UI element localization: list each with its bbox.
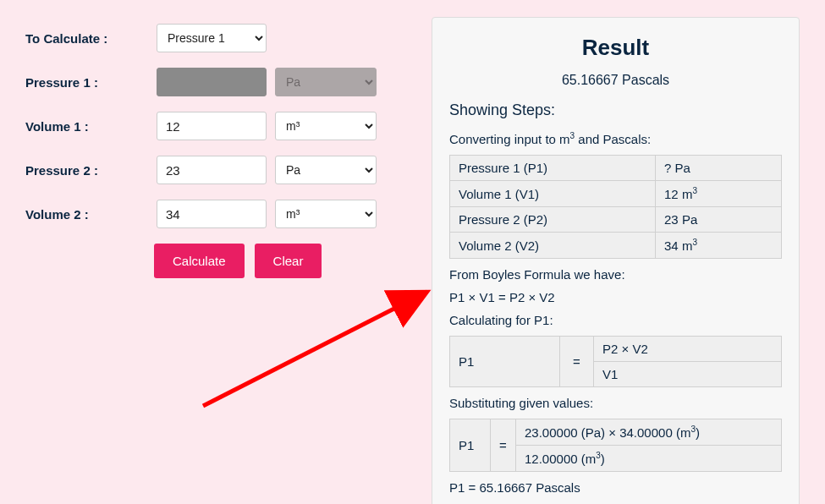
- volume2-input[interactable]: [157, 200, 267, 228]
- table-row: Volume 2 (V2)34 m3: [450, 233, 782, 259]
- clear-button[interactable]: Clear: [255, 244, 322, 278]
- pressure2-label: Pressure 2 :: [25, 163, 157, 178]
- pressure1-unit-select: Pa: [275, 68, 377, 96]
- pressure1-label: Pressure 1 :: [25, 75, 157, 90]
- table-row: Pressure 2 (P2)23 Pa: [450, 207, 782, 233]
- volume1-unit-select[interactable]: m³: [275, 112, 377, 140]
- steps-heading: Showing Steps:: [449, 101, 782, 119]
- result-panel: Result 65.16667 Pascals Showing Steps: C…: [432, 17, 800, 504]
- boyle-intro: From Boyles Formula we have:: [449, 267, 782, 282]
- conversion-table: Pressure 1 (P1)? Pa Volume 1 (V1)12 m3 P…: [449, 155, 782, 259]
- formula-table-2: P1 = 23.00000 (Pa) × 34.00000 (m3) 12.00…: [449, 419, 782, 472]
- volume2-label: Volume 2 :: [25, 207, 157, 222]
- table-row: Volume 1 (V1)12 m3: [450, 181, 782, 207]
- final-line: P1 = 65.16667 Pascals: [449, 480, 782, 495]
- table-row: Pressure 1 (P1)? Pa: [450, 156, 782, 181]
- result-title: Result: [449, 35, 782, 61]
- formula-table-1: P1 = P2 × V2 V1: [449, 336, 782, 387]
- result-value: 65.16667 Pascals: [449, 73, 782, 88]
- pressure1-input: [157, 68, 267, 96]
- input-panel: To Calculate : Pressure 1 Pressure 1 : P…: [25, 17, 415, 504]
- pressure2-unit-select[interactable]: Pa: [275, 156, 377, 184]
- volume2-unit-select[interactable]: m³: [275, 200, 377, 228]
- boyle-formula: P1 × V1 = P2 × V2: [449, 290, 782, 304]
- to-calculate-select[interactable]: Pressure 1: [157, 24, 267, 52]
- volume1-input[interactable]: [157, 112, 267, 140]
- calc-for: Calculating for P1:: [449, 313, 782, 327]
- substitute-text: Substituting given values:: [449, 396, 782, 410]
- conversion-intro: Converting input to m3 and Pascals:: [449, 131, 782, 146]
- to-calculate-label: To Calculate :: [25, 31, 157, 46]
- pressure2-input[interactable]: [157, 156, 267, 184]
- calculate-button[interactable]: Calculate: [154, 244, 245, 278]
- volume1-label: Volume 1 :: [25, 119, 157, 134]
